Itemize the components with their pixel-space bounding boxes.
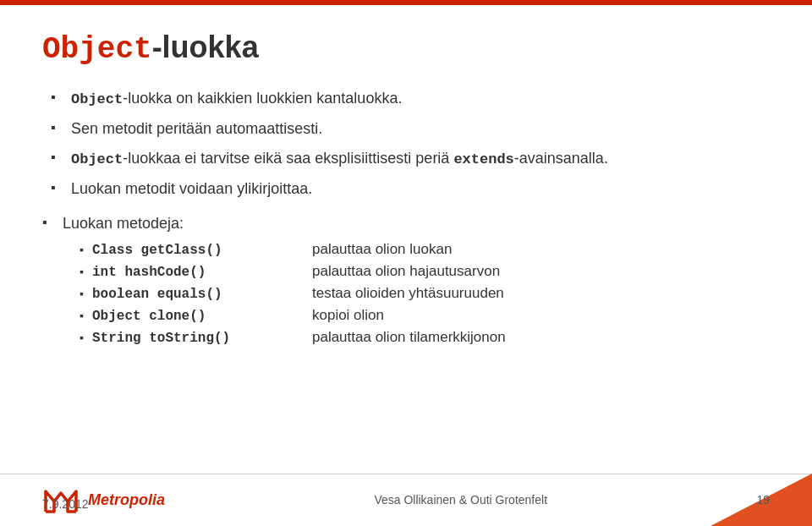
method-bullet-5: ▪ — [80, 331, 84, 344]
method-bullet-4: ▪ — [80, 309, 84, 322]
footer-page: 19 — [756, 493, 770, 507]
bullet2-text: Sen metodit peritään automaattisesti. — [71, 120, 322, 137]
method-desc-3: testaa olioiden yhtäsuuruuden — [312, 285, 504, 302]
method-row-5: ▪ String toString() palauttaa olion tila… — [80, 329, 770, 346]
bullet-item-3: Object-luokkaa ei tarvitse eikä saa eksp… — [51, 148, 770, 170]
bullet1-mono: Object — [71, 91, 123, 107]
footer-author: Vesa Ollikainen & Outi Grotenfelt — [165, 493, 756, 507]
methods-section: Luokan metodeja: ▪ Class getClass() pala… — [42, 215, 770, 346]
content-area: Object-luokka Object-luokka on kaikkien … — [0, 5, 812, 474]
method-desc-2: palauttaa olion hajautusarvon — [312, 263, 500, 280]
method-code-3: boolean equals() — [92, 287, 312, 302]
bullet3-mono1: Object — [71, 151, 123, 167]
method-row-3: ▪ boolean equals() testaa olioiden yhtäs… — [80, 285, 770, 302]
method-code-2: int hashCode() — [92, 265, 312, 280]
footer: Metropolia Vesa Ollikainen & Outi Groten… — [0, 474, 812, 526]
method-code-1: Class getClass() — [92, 243, 312, 258]
footer-line — [0, 474, 812, 474]
bullet-item-2: Sen metodit peritään automaattisesti. — [51, 118, 770, 140]
bullet3-text1: -luokkaa ei tarvitse eikä saa eksplisiit… — [123, 150, 608, 167]
method-row-1: ▪ Class getClass() palauttaa olion luoka… — [80, 241, 770, 258]
title-object: Object — [42, 32, 152, 67]
slide: Object-luokka Object-luokka on kaikkien … — [0, 0, 812, 526]
methods-title: Luokan metodeja: — [42, 215, 770, 233]
method-bullet-2: ▪ — [80, 265, 84, 278]
method-bullet-3: ▪ — [80, 287, 84, 300]
method-code-4: Object clone() — [92, 309, 312, 324]
bullet1-text: -luokka on kaikkien luokkien kantaluokka… — [123, 90, 402, 107]
method-row-4: ▪ Object clone() kopioi olion — [80, 307, 770, 324]
bullet-item-1: Object-luokka on kaikkien luokkien kanta… — [51, 88, 770, 110]
method-desc-5: palauttaa olion tilamerkkijonon — [312, 329, 506, 346]
bullet-item-4: Luokan metodit voidaan ylikirjoittaa. — [51, 178, 770, 200]
method-code-5: String toString() — [92, 331, 312, 346]
footer-date: 7.9.2012 — [42, 497, 89, 511]
method-bullet-1: ▪ — [80, 243, 84, 256]
method-desc-1: palauttaa olion luokan — [312, 241, 452, 258]
slide-title: Object-luokka — [42, 29, 770, 68]
logo-text: Metropolia — [88, 491, 165, 509]
methods-table: ▪ Class getClass() palauttaa olion luoka… — [80, 241, 770, 346]
title-rest: -luokka — [152, 30, 259, 64]
main-bullets: Object-luokka on kaikkien luokkien kanta… — [51, 88, 770, 200]
method-desc-4: kopioi olion — [312, 307, 384, 324]
method-row-2: ▪ int hashCode() palauttaa olion hajautu… — [80, 263, 770, 280]
bullet4-text: Luokan metodit voidaan ylikirjoittaa. — [71, 180, 312, 197]
bullet3-mono2: extends — [453, 151, 513, 167]
